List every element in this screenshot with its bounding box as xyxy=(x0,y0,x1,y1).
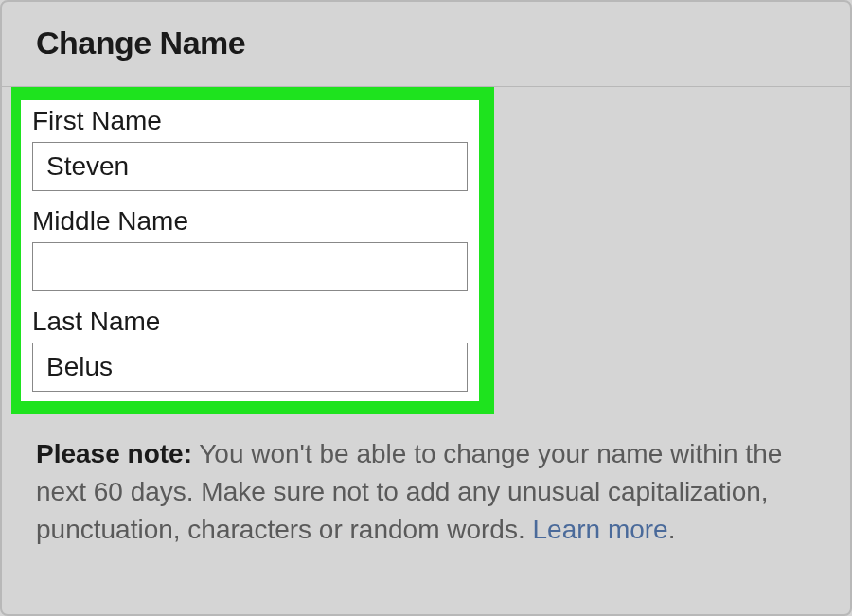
note-period: . xyxy=(668,515,676,544)
last-name-group: Last Name xyxy=(21,301,479,401)
first-name-label: First Name xyxy=(32,106,468,136)
last-name-label: Last Name xyxy=(32,307,468,337)
middle-name-label: Middle Name xyxy=(32,206,468,237)
learn-more-link[interactable]: Learn more xyxy=(532,515,667,544)
first-name-input[interactable] xyxy=(32,142,468,191)
change-name-card: Change Name First Name Middle Name Last … xyxy=(0,0,852,616)
page-title: Change Name xyxy=(36,25,816,62)
card-header: Change Name xyxy=(2,2,850,87)
note-section: Please note: You won't be able to change… xyxy=(2,414,850,548)
form-highlight-box: First Name Middle Name Last Name xyxy=(11,87,494,414)
middle-name-group: Middle Name xyxy=(21,201,479,301)
middle-name-input[interactable] xyxy=(32,242,468,291)
first-name-group: First Name xyxy=(21,100,479,201)
last-name-input[interactable] xyxy=(32,343,468,392)
note-bold: Please note: xyxy=(36,439,192,468)
